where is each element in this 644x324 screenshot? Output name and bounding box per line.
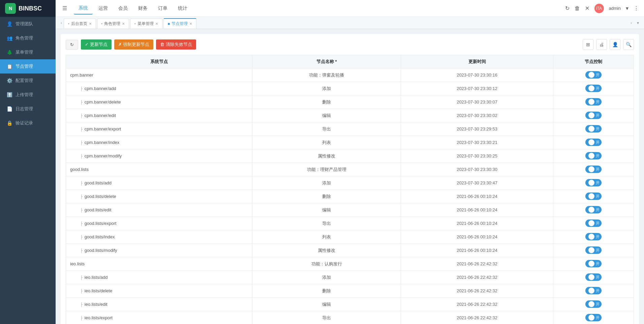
sidebar-item-upload-manage[interactable]: ⬆️ 上传管理 [0,88,56,102]
node-control-cell: 开 [553,136,634,149]
node-path-cell: ├good.lists/export [66,217,252,230]
sidebar-item-config-manage[interactable]: ⚙️ 配置管理 [0,73,56,88]
update-nodes-button[interactable]: ✓ 更新节点 [81,39,112,50]
table-row: ├ieo.lists/delete删除2021-06-26 22:42:32 开 [66,284,634,298]
table-row: cpm.banner功能：弹窗及轮播2023-07-30 23:30:16 开 [66,68,634,82]
node-toggle-11[interactable]: 开 [585,219,602,227]
update-time-cell: 2021-06-26 00:10:24 [401,217,553,230]
delete-icon[interactable]: 🗑 [575,5,580,11]
sidebar-item-log-manage[interactable]: 📄 日志管理 [0,102,56,116]
toolbar-right: ⊞ 🖨 👤 🔍 [583,39,634,50]
avatar[interactable]: iTA [594,4,604,13]
nav-item-system[interactable]: 系统 [74,2,93,14]
sidebar-item-manage-team[interactable]: 👤 管理团队 [0,17,56,31]
sidebar-item-menu-manage[interactable]: 🌲 菜单管理 [0,45,56,59]
node-toggle-18[interactable]: 开 [585,314,602,321]
node-toggle-14[interactable]: 开 [585,260,602,267]
node-toggle-5[interactable]: 开 [585,139,602,146]
update-time-cell: 2021-06-26 00:10:24 [401,230,553,244]
auth-record-icon: 🔒 [7,120,12,126]
tree-icon: ├ [80,195,83,199]
toggle-label: 开 [596,180,600,185]
tab-menu-manage[interactable]: • 菜单管理 ✕ [130,19,162,29]
nav-item-order[interactable]: 订单 [153,3,172,14]
tab-backend-home[interactable]: • 后台首页 ✕ [64,19,96,29]
node-name-cell: 编辑 [252,203,401,217]
dropdown-icon[interactable]: ▾ [626,5,628,11]
more-icon[interactable]: ⋮ [634,5,639,11]
toggle-label: 开 [596,207,600,212]
tabs-more-arrow[interactable]: ▾ [635,19,641,27]
nav-item-finance[interactable]: 财务 [133,3,152,14]
sidebar-item-auth-record[interactable]: 🔒 验证记录 [0,116,56,130]
update-time-cell: 2023-07-30 23:30:30 [401,163,553,176]
node-path-cell: ├good.lists/index [66,230,252,244]
node-toggle-7[interactable]: 开 [585,166,602,173]
tabs-left-arrow[interactable]: ‹ [59,19,64,27]
node-path: cpm.banner/edit [85,113,116,118]
update-time-cell: 2021-06-26 22:42:32 [401,257,553,271]
sidebar-label-upload-manage: 上传管理 [16,92,33,98]
nav-item-stats[interactable]: 统计 [173,3,192,14]
table-row: ├cpm.banner/add添加2023-07-30 23:30:12 开 [66,82,634,95]
sidebar-item-node-manage[interactable]: 📋 节点管理 [0,59,56,73]
nav-item-member[interactable]: 会员 [114,3,132,14]
node-toggle-15[interactable]: 开 [585,273,602,281]
node-toggle-3[interactable]: 开 [585,112,602,119]
table-row: ├cpm.banner/export导出2023-07-30 23:29:53 … [66,122,634,136]
node-toggle-6[interactable]: 开 [585,152,602,159]
search-button[interactable]: 🔍 [623,39,634,50]
node-name-cell: 功能：认购发行 [252,257,401,271]
toggle-circle [588,166,594,172]
node-toggle-1[interactable]: 开 [585,85,602,92]
update-time-cell: 2023-07-30 23:30:02 [401,109,553,122]
node-path-cell: good.lists [66,163,252,176]
nav-item-ops[interactable]: 运营 [94,3,113,14]
tab-role-manage[interactable]: • 角色管理 ✕ [97,19,129,29]
node-toggle-17[interactable]: 开 [585,300,602,308]
admin-label[interactable]: admin [609,6,621,11]
node-toggle-13[interactable]: 开 [585,246,602,254]
node-toggle-12[interactable]: 开 [585,233,602,240]
menu-manage-icon: 🌲 [7,50,12,55]
tabs-right-arrow[interactable]: › [629,19,634,27]
grid-view-button[interactable]: ⊞ [583,39,593,50]
tab-node-manage[interactable]: 节点管理 ✕ [163,18,196,29]
node-path: good.lists/modify [85,248,117,253]
force-update-button[interactable]: ✗ 强制更新节点 [114,39,154,50]
node-toggle-0[interactable]: 开 [585,71,602,79]
toggle-label: 开 [596,288,600,293]
table-row: ├good.lists/add添加2023-07-30 23:30:47 开 [66,176,634,190]
tab-close-${tab.id}[interactable]: ✕ [189,22,192,26]
node-path: cpm.banner/index [85,140,119,145]
table-header-cell: 节点控制 [553,55,634,68]
node-toggle-4[interactable]: 开 [585,125,602,132]
update-time-cell: 2023-07-30 23:30:16 [401,68,553,82]
sidebar-item-role-manage[interactable]: 👥 角色管理 [0,31,56,45]
tab-close-${tab.id}[interactable]: ✕ [89,22,92,26]
toggle-label: 开 [596,275,600,280]
menu-toggle-icon[interactable]: ☰ [61,3,69,13]
tabs-bar: ‹ • 后台首页 ✕ • 角色管理 ✕ • 菜单管理 ✕ 节点管理 ✕ › ▾ [56,17,644,29]
logo-text: BINBSC [19,5,42,12]
node-toggle-10[interactable]: 开 [585,206,602,213]
close-icon[interactable]: ✕ [585,5,589,11]
sidebar-label-config-manage: 配置管理 [16,78,33,84]
print-button[interactable]: 🖨 [596,39,607,50]
node-toggle-9[interactable]: 开 [585,193,602,200]
refresh-icon[interactable]: ↻ [565,5,570,11]
toggle-label: 开 [596,221,600,226]
node-toggle-8[interactable]: 开 [585,179,602,186]
user-button[interactable]: 👤 [610,39,620,50]
logo-icon: N [5,3,16,14]
node-control-cell: 开 [553,149,634,163]
tab-close-${tab.id}[interactable]: ✕ [155,22,158,26]
node-toggle-2[interactable]: 开 [585,98,602,106]
refresh-button[interactable]: ↻ [66,40,78,50]
node-name-cell: 列表 [252,136,401,149]
node-path-cell: ├good.lists/edit [66,203,252,217]
node-toggle-16[interactable]: 开 [585,287,602,294]
tab-dot: • [68,22,69,26]
tab-close-${tab.id}[interactable]: ✕ [122,22,125,26]
clear-invalid-button[interactable]: 🗑 清除失效节点 [156,39,196,50]
